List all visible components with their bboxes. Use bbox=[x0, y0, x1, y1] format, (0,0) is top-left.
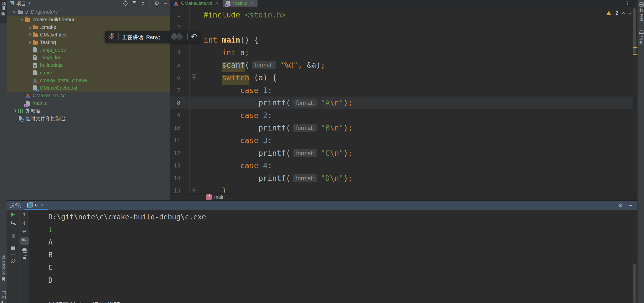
code-token: " bbox=[339, 174, 344, 183]
tree-item[interactable]: CMakeCache.txt bbox=[7, 84, 170, 92]
hide-icon[interactable] bbox=[164, 3, 167, 4]
chevron-down-icon[interactable] bbox=[12, 11, 18, 13]
chevron-right-icon[interactable] bbox=[26, 26, 32, 28]
code-token: switch bbox=[222, 73, 249, 82]
line-number[interactable]: 15 bbox=[170, 184, 180, 193]
tree-item[interactable]: .ninja_log bbox=[7, 54, 170, 61]
tree-item[interactable]: cD:\git\note\c bbox=[7, 8, 170, 16]
hide-panel-icon[interactable] bbox=[629, 205, 632, 206]
code-token: printf( bbox=[204, 123, 290, 132]
line-number[interactable]: 14 bbox=[170, 172, 180, 185]
print-icon[interactable] bbox=[22, 248, 27, 252]
tree-item[interactable]: .cmake bbox=[7, 23, 170, 31]
inspections-widget[interactable]: 2 bbox=[606, 10, 631, 16]
folder-orange-icon bbox=[32, 40, 38, 45]
chevron-right-icon[interactable] bbox=[26, 41, 32, 44]
line-number[interactable]: 11 bbox=[170, 134, 180, 147]
run-panel-header: 运行: c × ⚙ bbox=[7, 201, 637, 210]
tree-item[interactable]: cmake_install.cmake bbox=[7, 77, 170, 84]
tree-item[interactable]: build.ninja bbox=[7, 61, 170, 69]
editor-tab-CMakeLists.txt[interactable]: CMakeLists.txt× bbox=[170, 0, 223, 7]
line-number[interactable]: 8 bbox=[170, 97, 180, 109]
rerun-icon[interactable] bbox=[11, 213, 15, 217]
chevron-down-icon[interactable] bbox=[19, 19, 25, 20]
layout-icon[interactable] bbox=[11, 247, 15, 250]
tree-item[interactable]: CMakeLists.txt bbox=[7, 92, 170, 99]
parameter-hint: format: bbox=[293, 149, 317, 157]
c-file-icon bbox=[25, 100, 31, 106]
warning-stripe-mark[interactable] bbox=[633, 47, 637, 48]
close-icon[interactable]: × bbox=[40, 202, 45, 208]
warning-stripe-mark[interactable] bbox=[633, 54, 637, 55]
softwrap-icon[interactable]: ↩ bbox=[22, 229, 27, 234]
pin-icon[interactable] bbox=[11, 259, 15, 263]
stop-icon[interactable] bbox=[12, 234, 15, 238]
trash-icon[interactable] bbox=[23, 255, 26, 259]
tree-item-label: CMakeCache.txt bbox=[40, 85, 77, 91]
line-number[interactable]: 1 bbox=[170, 9, 180, 21]
gear-icon[interactable]: ⚙ bbox=[618, 203, 623, 208]
library-icon bbox=[18, 108, 23, 113]
code-token bbox=[240, 10, 245, 19]
locate-icon[interactable] bbox=[123, 1, 128, 6]
close-icon[interactable]: × bbox=[215, 1, 219, 6]
line-number[interactable]: 6 bbox=[170, 71, 180, 84]
tab-label: CMakeLists.txt bbox=[181, 1, 212, 6]
tree-item-label: cmake_install.cmake bbox=[40, 78, 87, 83]
editor-tab-main.c[interactable]: main.c× bbox=[223, 0, 257, 7]
tree-item[interactable]: 外部库 bbox=[7, 107, 170, 115]
undo-arrow-icon[interactable]: ↶ bbox=[191, 33, 197, 41]
next-problem-icon[interactable] bbox=[628, 11, 631, 15]
console-scrollbar[interactable] bbox=[633, 264, 636, 303]
chevron-right-icon[interactable] bbox=[26, 34, 32, 36]
line-number[interactable]: 5 bbox=[170, 59, 180, 71]
tree-item[interactable]: main.c bbox=[7, 99, 170, 107]
breadcrumb-item[interactable]: main bbox=[214, 194, 225, 200]
tree-item[interactable]: .ninja_deps bbox=[7, 46, 170, 54]
line-number[interactable]: 4 bbox=[170, 46, 180, 59]
project-header-actions: ⚙ bbox=[123, 0, 167, 7]
overlay-divider bbox=[118, 33, 119, 40]
code-editor[interactable]: 123456789101112131415 #include <stdio.h>… bbox=[170, 7, 637, 193]
close-icon[interactable]: × bbox=[250, 1, 254, 6]
gear-icon[interactable]: ⚙ bbox=[154, 1, 159, 6]
chevron-right-icon[interactable] bbox=[12, 110, 18, 112]
stripe-button-project[interactable]: 项目 bbox=[0, 0, 7, 23]
tab-options-button[interactable] bbox=[627, 0, 628, 7]
code-token: int bbox=[222, 48, 235, 57]
code-token bbox=[204, 136, 240, 145]
down-icon[interactable]: ↓ bbox=[22, 220, 27, 225]
warning-icon bbox=[606, 11, 611, 15]
tree-item[interactable]: c.exe bbox=[7, 69, 170, 77]
tree-item-label: CMakeFiles bbox=[40, 32, 67, 38]
line-number[interactable]: 13 bbox=[170, 159, 180, 172]
collapse-all-icon[interactable] bbox=[141, 1, 145, 5]
database-icon bbox=[639, 2, 643, 7]
line-number[interactable]: 12 bbox=[170, 147, 180, 160]
settings-icon[interactable] bbox=[11, 220, 16, 225]
tree-item[interactable]: cmake-build-debug bbox=[7, 16, 170, 23]
code-token: " bbox=[339, 98, 344, 107]
tree-item[interactable]: 临时文件和控制台 bbox=[7, 115, 170, 122]
code-token: ) bbox=[344, 123, 348, 132]
stripe-button-structure[interactable]: 结构 bbox=[0, 291, 7, 303]
stripe-button-database[interactable]: 数据库 bbox=[638, 0, 644, 22]
console-line: A bbox=[48, 236, 637, 249]
left-tool-stripe: 项目 Bookmarks 结构 bbox=[0, 0, 7, 303]
fold-end-marker-icon[interactable] bbox=[192, 187, 196, 193]
line-number[interactable]: 7 bbox=[170, 84, 180, 97]
code-token: : bbox=[268, 161, 272, 170]
line-number[interactable]: 9 bbox=[170, 109, 180, 122]
up-icon[interactable]: ↑ bbox=[22, 212, 27, 217]
prev-problem-icon[interactable] bbox=[622, 12, 625, 15]
expand-all-icon[interactable] bbox=[132, 1, 136, 5]
project-panel-title[interactable]: 项目 bbox=[16, 0, 26, 7]
stripe-button-notifications[interactable]: 通知 bbox=[638, 28, 644, 45]
chevron-down-icon[interactable] bbox=[28, 3, 31, 4]
run-tab-c[interactable]: c × bbox=[24, 201, 48, 210]
line-number[interactable]: 10 bbox=[170, 122, 180, 134]
run-console-output[interactable]: D:\git\note\c\cmake-build-debug\c.exe1AB… bbox=[29, 210, 637, 303]
stripe-button-bookmarks[interactable]: Bookmarks bbox=[0, 255, 7, 281]
fold-marker-icon[interactable] bbox=[192, 74, 196, 81]
scrollend-button[interactable] bbox=[20, 237, 29, 245]
